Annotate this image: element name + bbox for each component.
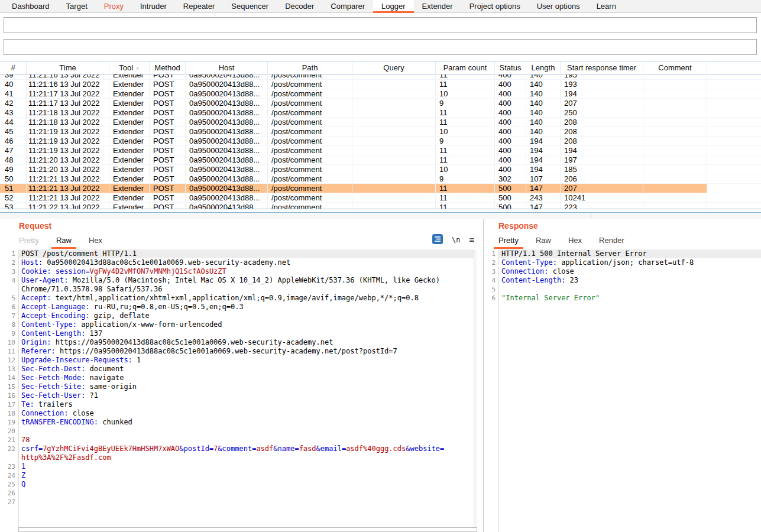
line-content: Sec-Fetch-User: ?1 <box>18 391 445 400</box>
menu-tab-intruder[interactable]: Intruder <box>132 0 175 12</box>
log-table-body[interactable]: 3911:21:16 13 Jul 2022ExtenderPOST0a9500… <box>0 74 761 209</box>
response-tab-render[interactable]: Render <box>599 236 624 248</box>
column-header-time[interactable]: Time <box>27 61 109 74</box>
line-content: Upgrade-Insecure-Requests: 1 <box>18 356 445 365</box>
column-header-length[interactable]: Length <box>526 61 561 74</box>
capture-filter-bar[interactable]: Capture filter: Logger memory limit set … <box>4 17 757 33</box>
column-header-num[interactable]: # <box>0 61 27 74</box>
column-header-method[interactable]: Method <box>150 61 186 74</box>
cell-length: 140 <box>526 127 561 136</box>
editor-line: 7Accept-Encoding: gzip, deflate <box>1 312 477 320</box>
cell-filler <box>707 193 761 202</box>
table-row[interactable]: 4511:21:19 13 Jul 2022ExtenderPOST0a9500… <box>0 127 761 137</box>
log-table-hscrollbar[interactable] <box>0 209 761 213</box>
column-header-query[interactable]: Query <box>352 61 436 74</box>
editor-line: 6Accept-Language: ru-RU,ru;q=0.8,en-US;q… <box>1 303 477 312</box>
request-vscrollbar[interactable] <box>474 249 477 527</box>
request-tab-hex[interactable]: Hex <box>89 236 102 248</box>
cell-host: 0a9500020413d88... <box>186 184 268 193</box>
cell-query <box>352 99 436 108</box>
line-number: 23 <box>1 462 18 471</box>
cell-path: /post/comment <box>268 108 352 117</box>
column-header-comment[interactable]: Comment <box>643 61 707 74</box>
response-tab-raw[interactable]: Raw <box>536 236 551 248</box>
newline-icon[interactable]: \n <box>452 236 460 244</box>
menu-icon[interactable]: ≡ <box>469 236 474 244</box>
cell-path: /post/comment <box>268 137 352 145</box>
table-row[interactable]: 4711:21:19 13 Jul 2022ExtenderPOST0a9500… <box>0 146 761 155</box>
table-row[interactable]: 5011:21:21 13 Jul 2022ExtenderPOST0a9500… <box>0 174 761 184</box>
cell-num: 45 <box>0 127 27 136</box>
request-hscrollbar[interactable] <box>18 527 477 532</box>
table-row[interactable]: 4111:21:17 13 Jul 2022ExtenderPOST0a9500… <box>0 89 761 99</box>
editor-line: 4User-Agent: Mozilla/5.0 (Macintosh; Int… <box>1 276 477 294</box>
line-number: 13 <box>1 365 18 374</box>
cell-host: 0a9500020413d88... <box>186 89 268 98</box>
table-row[interactable]: 4611:21:19 13 Jul 2022ExtenderPOST0a9500… <box>0 137 761 146</box>
table-row[interactable]: 4911:21:20 13 Jul 2022ExtenderPOST0a9500… <box>0 165 761 174</box>
request-editor[interactable]: 1POST /post/comment HTTP/1.12Host: 0a950… <box>1 249 477 507</box>
menu-tab-user-options[interactable]: User options <box>529 0 588 12</box>
response-tab-hex[interactable]: Hex <box>568 236 582 248</box>
cell-host: 0a9500020413d88... <box>186 80 268 89</box>
request-tab-pretty[interactable]: Pretty <box>19 236 39 248</box>
response-editor[interactable]: 1HTTP/1.1 500 Internal Server Error2Cont… <box>481 249 761 303</box>
menu-tab-decoder[interactable]: Decoder <box>277 0 322 12</box>
request-tab-raw[interactable]: Raw <box>56 236 72 248</box>
cell-num: 48 <box>0 155 27 164</box>
response-tab-pretty[interactable]: Pretty <box>498 236 519 248</box>
cell-time: 11:21:21 13 Jul 2022 <box>27 174 109 183</box>
column-header-tool[interactable]: Tool∧ <box>109 61 150 74</box>
editor-line: 12Upgrade-Insecure-Requests: 1 <box>1 356 477 365</box>
line-number: 6 <box>481 294 498 303</box>
cell-method: POST <box>150 174 186 183</box>
table-row[interactable]: 4311:21:18 13 Jul 2022ExtenderPOST0a9500… <box>0 108 761 118</box>
cell-host: 0a9500020413d88... <box>186 127 268 136</box>
panel-splitter[interactable] <box>0 213 761 219</box>
cell-params: 9 <box>436 137 495 145</box>
menu-tab-learn[interactable]: Learn <box>588 0 624 12</box>
cell-comment <box>643 99 707 108</box>
table-row[interactable]: 4411:21:18 13 Jul 2022ExtenderPOST0a9500… <box>0 118 761 127</box>
column-header-params[interactable]: Param count <box>436 61 495 74</box>
table-row[interactable]: 3911:21:16 13 Jul 2022ExtenderPOST0a9500… <box>0 74 761 80</box>
table-row[interactable]: 4211:21:17 13 Jul 2022ExtenderPOST0a9500… <box>0 99 761 108</box>
table-row[interactable]: 5211:21:21 13 Jul 2022ExtenderPOST0a9500… <box>0 193 761 203</box>
cell-tool: Extender <box>109 108 150 117</box>
column-header-host[interactable]: Host <box>186 61 268 74</box>
cell-time: 11:21:19 13 Jul 2022 <box>27 137 109 145</box>
column-header-timer[interactable]: Start response timer <box>561 61 643 74</box>
cell-timer: 208 <box>561 127 643 136</box>
line-content <box>18 498 445 507</box>
editor-line: 13Sec-Fetch-Dest: document <box>1 365 477 374</box>
menu-tab-comparer[interactable]: Comparer <box>322 0 373 12</box>
line-number: 22 <box>1 445 18 462</box>
line-content <box>18 489 445 498</box>
pretty-print-icon[interactable] <box>432 234 443 246</box>
menu-tab-project-options[interactable]: Project options <box>461 0 529 12</box>
line-number: 9 <box>1 329 18 338</box>
cell-time: 11:21:17 13 Jul 2022 <box>27 99 109 108</box>
view-filter-bar[interactable]: View filter: Showing all items <box>4 39 757 55</box>
panel-splitter-handle[interactable] <box>591 213 591 218</box>
table-row[interactable]: 4811:21:20 13 Jul 2022ExtenderPOST0a9500… <box>0 155 761 165</box>
cell-method: POST <box>150 89 186 98</box>
cell-query <box>352 184 436 193</box>
editor-line: 26 <box>1 489 477 498</box>
cell-comment <box>643 155 707 164</box>
menu-tab-logger[interactable]: Logger <box>373 0 413 12</box>
table-row[interactable]: 5111:21:21 13 Jul 2022ExtenderPOST0a9500… <box>0 184 761 193</box>
menu-tab-proxy[interactable]: Proxy <box>96 0 132 12</box>
menu-tab-target[interactable]: Target <box>58 0 96 12</box>
menu-tab-dashboard[interactable]: Dashboard <box>4 0 58 12</box>
cell-tool: Extender <box>109 146 150 155</box>
line-content: Z <box>18 471 445 480</box>
table-row[interactable]: 4011:21:16 13 Jul 2022ExtenderPOST0a9500… <box>0 80 761 89</box>
column-header-path[interactable]: Path <box>268 61 352 74</box>
menu-tab-repeater[interactable]: Repeater <box>175 0 223 12</box>
menu-tab-extender[interactable]: Extender <box>414 0 461 12</box>
column-header-status[interactable]: Status <box>495 61 526 74</box>
table-row[interactable]: 5311:21:22 13 Jul 2022ExtenderPOST0a9500… <box>0 203 761 209</box>
menu-tab-sequencer[interactable]: Sequencer <box>223 0 277 12</box>
cell-method: POST <box>150 80 186 89</box>
